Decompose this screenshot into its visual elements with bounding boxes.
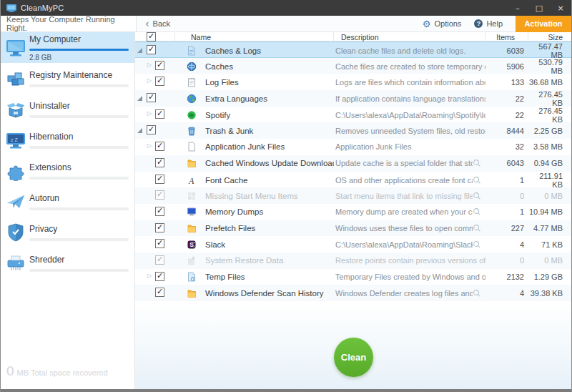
row-checkbox[interactable]: ✓ [155, 207, 164, 216]
sidebar-item-label: Shredder [29, 255, 129, 265]
maximize-button[interactable]: □ [528, 0, 550, 16]
row-checkbox[interactable]: ✓ [155, 255, 164, 265]
magnifier-icon[interactable] [473, 192, 481, 200]
back-label: Back [153, 19, 170, 28]
row-checkbox[interactable]: ✓ [155, 175, 164, 184]
table-row[interactable]: ✓Caches & LogsClean cache files and dele… [135, 41, 571, 58]
row-checkbox[interactable]: ✓ [155, 288, 164, 297]
row-checkbox[interactable]: ✓ [155, 239, 164, 248]
folder-icon [187, 288, 197, 298]
row-size: 0 MB [528, 192, 571, 200]
magnifier-icon[interactable] [473, 240, 481, 249]
table-row[interactable]: ▷✓Temp FilesTemporary Files created by W… [135, 269, 571, 285]
magnifier-icon[interactable] [473, 159, 481, 167]
row-checkbox[interactable]: ✓ [155, 158, 164, 167]
expand-collapse-icon[interactable] [137, 96, 142, 101]
row-description: Windows uses these files to open commonl… [335, 224, 473, 232]
table-row[interactable]: ✓Prefetch FilesWindows uses these files … [135, 220, 571, 237]
expand-collapse-icon[interactable]: ▷ [147, 77, 152, 84]
row-checkbox[interactable]: ✓ [155, 142, 164, 151]
table-row[interactable]: ✓Extra LanguagesIf application contains … [135, 90, 571, 107]
magnifier-icon[interactable] [473, 176, 481, 185]
sidebar-item-registry-maintenance[interactable]: Registry Maintenance [1, 63, 134, 94]
table-row[interactable]: ✓Cached Windows Update DownloadsUpdate c… [135, 155, 571, 172]
magnifier-icon[interactable] [473, 224, 481, 232]
minimize-button[interactable]: – [507, 0, 528, 16]
sidebar-item-progress [29, 177, 129, 180]
table-row[interactable]: ▷✓Application Junk FilesApplication Junk… [135, 139, 571, 155]
table-row[interactable]: ▷✓Log FilesLogs are files which contain … [135, 74, 571, 90]
column-header-size[interactable]: Size [528, 32, 571, 41]
sidebar-item-progress [29, 84, 129, 87]
temp-file-icon [187, 272, 197, 282]
help-button[interactable]: ? Help [474, 19, 503, 28]
sidebar-item-progress [29, 238, 129, 241]
expand-collapse-icon[interactable] [137, 128, 142, 133]
globe-icon [187, 94, 197, 104]
blue-monitor-icon [187, 207, 197, 217]
paper-plane-icon [6, 192, 26, 212]
row-items-count: 6039 [485, 46, 528, 55]
expand-collapse-icon[interactable]: ▷ [147, 110, 152, 117]
table-row[interactable]: ✓System Restore DataRestore points conta… [135, 253, 571, 269]
row-checkbox[interactable]: ✓ [147, 45, 156, 54]
table-row[interactable]: ✓Trash & JunkRemoves unneeded System fil… [135, 122, 571, 139]
sidebar-item-privacy[interactable]: Privacy [1, 217, 134, 248]
row-checkbox[interactable]: ✓ [147, 125, 156, 134]
row-checkbox[interactable]: ✓ [155, 77, 164, 86]
table-row[interactable]: ▷✓CachesCache files are created to store… [135, 58, 571, 74]
back-button[interactable]: ‹ Back [137, 19, 170, 28]
expand-collapse-icon[interactable]: ▷ [147, 142, 152, 149]
sidebar-item-autorun[interactable]: Autorun [1, 186, 134, 217]
table-row[interactable]: ✓SSlackC:\Users\alexa\AppData\Roaming\Sl… [135, 236, 571, 253]
magnifier-icon[interactable] [473, 207, 481, 216]
sidebar: My Computer2.8 GBRegistry MaintenanceUni… [1, 32, 135, 389]
sidebar-item-shredder[interactable]: Shredder [1, 248, 134, 278]
column-header-name[interactable]: Name [175, 32, 334, 41]
row-description: Start menu items that link to missing fi… [335, 192, 473, 200]
cache-log-icon [187, 46, 197, 56]
row-name: Prefetch Files [205, 224, 255, 232]
magnifier-icon[interactable] [473, 289, 481, 298]
table-row[interactable]: ✓Windows Defender Scan HistoryWindows De… [135, 285, 571, 301]
row-description: Removes unneeded System files, old resto… [335, 127, 485, 135]
help-icon: ? [474, 19, 483, 28]
cleanup-items-list: ✓Caches & LogsClean cache files and dele… [135, 41, 571, 301]
row-checkbox[interactable]: ✓ [155, 109, 164, 119]
expand-collapse-icon[interactable]: ▷ [147, 273, 152, 279]
row-size: 36.68 MB [528, 78, 571, 87]
table-row[interactable]: ✓Missing Start Menu ItemsStart menu item… [135, 187, 571, 204]
select-all-checkbox[interactable]: ✓ [147, 32, 156, 41]
clean-button[interactable]: Clean [334, 338, 373, 377]
column-header-description[interactable]: Description [334, 32, 485, 41]
row-size: 71 KB [528, 240, 571, 249]
sidebar-item-hibernation[interactable]: z ZHibernation [1, 124, 134, 155]
row-name: Extra Languages [205, 94, 267, 103]
sidebar-item-label: Hibernation [29, 132, 129, 142]
sidebar-item-label: Registry Maintenance [29, 70, 129, 80]
sidebar-item-label: Privacy [29, 224, 129, 234]
activation-button[interactable]: Activation [516, 16, 571, 32]
sidebar-item-uninstaller[interactable]: Uninstaller [1, 94, 134, 124]
row-checkbox[interactable]: ✓ [155, 61, 164, 70]
table-row[interactable]: ▷✓SpotifyC:\Users\alexa\AppData\Roaming\… [135, 107, 571, 123]
table-row[interactable]: ✓Memory DumpsMemory dump are created whe… [135, 204, 571, 220]
row-items-count: 227 [485, 224, 528, 232]
sidebar-item-my-computer[interactable]: My Computer2.8 GB [1, 32, 134, 63]
column-header-items[interactable]: Items [485, 32, 528, 41]
table-row[interactable]: ✓AFont CacheOS and other applications cr… [135, 172, 571, 188]
close-button[interactable]: × [550, 0, 571, 16]
expand-collapse-icon[interactable] [137, 48, 142, 53]
sidebar-item-progress [29, 115, 129, 118]
sidebar-item-label: Autorun [29, 193, 129, 203]
row-size: 1.29 GB [528, 273, 571, 281]
row-checkbox[interactable]: ✓ [147, 93, 156, 102]
row-size: 0.94 GB [528, 159, 571, 167]
row-checkbox[interactable]: ✓ [155, 272, 164, 281]
options-button[interactable]: ⚙ Options [423, 19, 462, 29]
expand-collapse-icon[interactable]: ▷ [147, 62, 152, 68]
sidebar-item-label: Uninstaller [29, 101, 129, 111]
row-checkbox[interactable]: ✓ [155, 190, 164, 200]
row-checkbox[interactable]: ✓ [155, 223, 164, 232]
sidebar-item-extensions[interactable]: Extensions [1, 155, 134, 186]
